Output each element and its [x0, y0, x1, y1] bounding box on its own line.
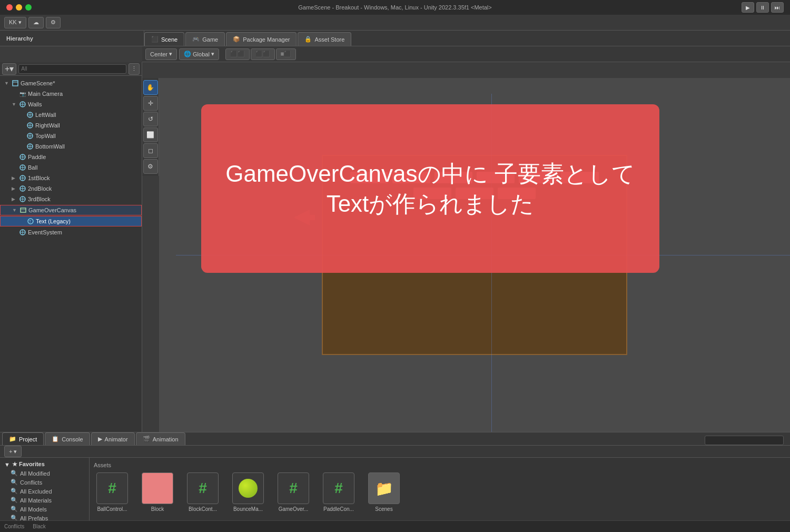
- rect-tool[interactable]: ◻: [143, 143, 158, 158]
- tree-arrow-walls: ▼: [12, 102, 19, 107]
- scale-tool[interactable]: ⬜: [143, 127, 158, 142]
- center-toggle[interactable]: Center ▾: [145, 48, 177, 60]
- transform-tool[interactable]: ⚙: [143, 159, 158, 174]
- maximize-button[interactable]: [25, 4, 32, 11]
- tree-label-ball: Ball: [28, 164, 37, 171]
- tree-label-1stblock: 1stBlock: [28, 175, 50, 181]
- tree-item-walls[interactable]: ▼ Walls: [0, 99, 142, 110]
- asset-bouncema[interactable]: BounceMa...: [230, 472, 266, 512]
- add-asset-button[interactable]: + ▾: [4, 446, 22, 457]
- pause-button[interactable]: ⏸: [756, 2, 769, 13]
- tree-item-1stblock[interactable]: ▶ 1stBlock: [0, 173, 142, 183]
- status-bar: Conflicts Black: [0, 520, 790, 532]
- tree-item-text-legacy[interactable]: T Text (Legacy): [0, 216, 142, 226]
- add-hierarchy-button[interactable]: +▾: [2, 63, 16, 75]
- tutorial-overlay: GameOverCanvasの中に 子要素としてTextが作られました: [201, 104, 659, 273]
- tab-game[interactable]: 🎮 Game: [185, 32, 225, 46]
- rightwall-icon: [26, 122, 34, 129]
- materials-search-icon: 🔍: [11, 497, 18, 504]
- favorites-header[interactable]: ▼ ★ Favorites: [2, 460, 87, 469]
- assets-grid: # BallControl... Block # BlockCont...: [94, 472, 786, 512]
- 1stblock-icon: [19, 174, 26, 182]
- tree-arrow-gameovercanvas: ▼: [12, 208, 19, 213]
- view-mode-1[interactable]: ⬛⬛: [225, 48, 250, 60]
- tree-item-maincamera[interactable]: 📷 Main Camera: [0, 88, 142, 99]
- tab-console[interactable]: 📋 Console: [45, 432, 90, 445]
- unity-toolbar: KK ▾ ☁ ⚙: [0, 15, 790, 31]
- all-models-label: All Models: [20, 506, 47, 513]
- tree-item-eventsystem[interactable]: EventSystem: [0, 227, 142, 238]
- asset-scenes[interactable]: 📁 Scenes: [366, 472, 402, 512]
- tree-item-2ndblock[interactable]: ▶ 2ndBlock: [0, 183, 142, 194]
- hand-tool[interactable]: ✋: [143, 80, 158, 95]
- tab-package-manager[interactable]: 📦 Package Manager: [226, 32, 297, 46]
- account-button[interactable]: KK ▾: [4, 17, 26, 28]
- center-chevron: ▾: [169, 51, 172, 57]
- blockcont-label: BlockCont...: [189, 506, 217, 512]
- ball-visual: [239, 479, 258, 498]
- close-button[interactable]: [6, 4, 13, 11]
- favorites-all-conflicts[interactable]: 🔍 Conflicts: [2, 478, 87, 487]
- move-tool[interactable]: ✛: [143, 96, 158, 111]
- cloud-button[interactable]: ☁: [28, 17, 44, 28]
- tree-item-3rdblock[interactable]: ▶ 3rdBlock: [0, 194, 142, 204]
- tree-label-paddle: Paddle: [28, 154, 46, 160]
- hierarchy-options[interactable]: ⋮: [129, 63, 140, 75]
- tree-label-text-legacy: Text (Legacy): [36, 218, 71, 224]
- view-mode-2[interactable]: ⬛⬛: [251, 48, 275, 60]
- hierarchy-toolbar: +▾ ⋮: [0, 62, 142, 76]
- project-search[interactable]: [705, 436, 784, 445]
- animation-tab-icon: 🎬: [143, 436, 150, 442]
- asset-blockcont[interactable]: # BlockCont...: [184, 472, 221, 512]
- favorites-all-models[interactable]: 🔍 All Models: [2, 505, 87, 514]
- ballcontrol-icon: #: [96, 472, 128, 504]
- block-icon: [142, 472, 173, 504]
- tree-item-rightwall[interactable]: RightWall: [0, 120, 142, 131]
- scenes-icon: 📁: [368, 472, 400, 504]
- tab-animator[interactable]: ▶ Animator: [91, 432, 135, 445]
- global-toggle[interactable]: 🌐 Global ▾: [179, 48, 219, 60]
- tab-asset-store[interactable]: 🔒 Asset Store: [298, 32, 351, 46]
- leftwall-icon: [26, 111, 34, 119]
- rotate-tool[interactable]: ↺: [143, 112, 158, 126]
- view-mode-3[interactable]: ≡⬛: [276, 48, 296, 60]
- asset-block[interactable]: Block: [139, 472, 176, 512]
- tree-item-ball[interactable]: Ball: [0, 162, 142, 173]
- settings-button[interactable]: ⚙: [46, 17, 61, 28]
- minimize-button[interactable]: [16, 4, 22, 11]
- favorites-all-modified[interactable]: 🔍 All Modified: [2, 469, 87, 478]
- all-modified-label: All Modified: [20, 470, 50, 477]
- bottom-area: 📁 Project 📋 Console ▶ Animator 🎬 Animati…: [0, 432, 790, 532]
- bouncema-icon: [232, 472, 264, 504]
- canvas-icon: [19, 206, 27, 214]
- project-tab-label: Project: [19, 436, 37, 442]
- step-button[interactable]: ⏭: [771, 2, 784, 13]
- tab-scene[interactable]: ⬛ Scene: [144, 32, 184, 46]
- conflicts-search-icon: 🔍: [11, 479, 18, 486]
- tree-label-rightwall: RightWall: [35, 122, 60, 129]
- assets-title: Assets: [94, 462, 786, 468]
- project-tab-icon: 📁: [9, 436, 16, 442]
- tree-item-paddle[interactable]: Paddle: [0, 152, 142, 162]
- hierarchy-search[interactable]: [18, 64, 126, 74]
- paddle-icon: [19, 153, 26, 161]
- tree-item-gamescene[interactable]: ▼ GameScene*: [0, 78, 142, 88]
- tree-label-maincamera: Main Camera: [28, 91, 63, 97]
- tab-animation[interactable]: 🎬 Animation: [136, 432, 185, 445]
- favorites-all-materials[interactable]: 🔍 All Materials: [2, 496, 87, 505]
- play-button[interactable]: ▶: [742, 2, 754, 13]
- walls-icon: [19, 101, 26, 108]
- animation-tab-label: Animation: [153, 436, 179, 442]
- tree-item-topwall[interactable]: TopWall: [0, 131, 142, 141]
- asset-paddlecon[interactable]: # PaddleCon...: [320, 472, 357, 512]
- tree-item-leftwall[interactable]: LeftWall: [0, 110, 142, 120]
- favorites-all-excluded[interactable]: 🔍 All Excluded: [2, 487, 87, 496]
- tree-item-bottomwall[interactable]: BottomWall: [0, 141, 142, 152]
- tree-item-gameovercanvas[interactable]: ▼ GameOverCanvas: [0, 205, 142, 215]
- tree-arrow-3rdblock: ▶: [12, 196, 19, 202]
- global-chevron: ▾: [211, 51, 214, 57]
- asset-gameover[interactable]: # GameOver...: [275, 472, 312, 512]
- asset-ballcontrol[interactable]: # BallControl...: [94, 472, 131, 512]
- tree-label-gameovercanvas: GameOverCanvas: [28, 207, 76, 213]
- tab-project[interactable]: 📁 Project: [2, 432, 44, 445]
